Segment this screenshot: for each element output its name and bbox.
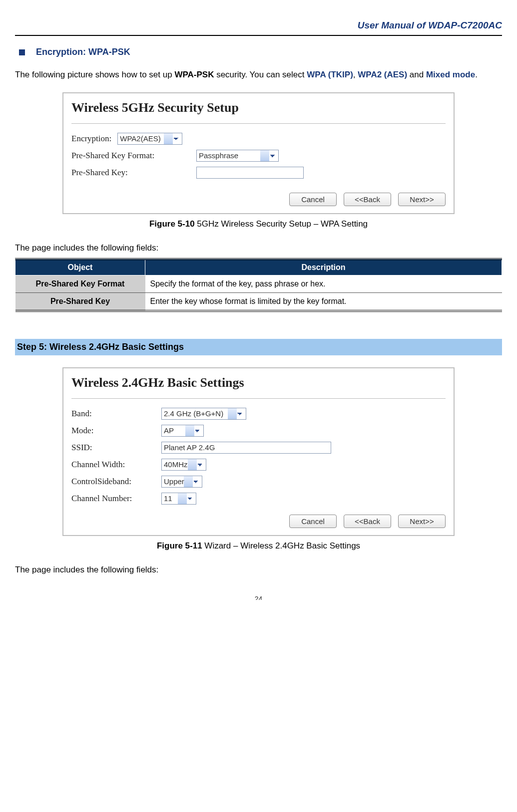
td-desc-1: Enter the key whose format is limited by…: [145, 292, 502, 311]
band-select[interactable]: 2.4 GHz (B+G+N): [161, 408, 246, 420]
th-object: Object: [15, 259, 145, 275]
back-button[interactable]: <<Back: [344, 515, 391, 528]
panel-24ghz-title: Wireless 2.4GHz Basic Settings: [71, 375, 446, 390]
figure-5-10-caption: Figure 5-10 5GHz Wireless Security Setup…: [15, 219, 502, 229]
page-number: 24: [15, 595, 502, 600]
row-channel-number: Channel Number: 11: [71, 493, 446, 505]
figure-5-10-caption-rest: 5GHz Wireless Security Setup – WPA Setti…: [195, 219, 368, 229]
channel-width-label: Channel Width:: [71, 460, 161, 470]
row-ssid: SSID:: [71, 442, 446, 454]
intro-blue-wpa-tkip: WPA (TKIP): [307, 70, 353, 79]
fields-table-1: Object Description Pre-Shared Key Format…: [15, 258, 502, 312]
intro-text-3: ,: [353, 70, 358, 79]
cancel-button[interactable]: Cancel: [289, 515, 337, 528]
row-channel-width: Channel Width: 40MHz: [71, 459, 446, 471]
channel-number-select[interactable]: 11: [161, 493, 196, 505]
bullet-heading-text: Encryption: WPA-PSK: [36, 47, 130, 57]
row-band: Band: 2.4 GHz (B+G+N): [71, 408, 446, 420]
mode-label: Mode:: [71, 426, 161, 436]
psk-format-select[interactable]: Passphrase: [196, 150, 279, 162]
intro-text-5: .: [475, 70, 478, 79]
panel-5ghz-title: Wireless 5GHz Security Setup: [71, 100, 446, 115]
control-sideband-label: ControlSideband:: [71, 477, 161, 487]
row-encryption: Encryption: WPA2(AES): [71, 133, 446, 145]
psk-input[interactable]: [196, 167, 304, 179]
band-label: Band:: [71, 409, 161, 419]
row-psk: Pre-Shared Key:: [71, 167, 446, 179]
panel-24ghz-divider: [71, 398, 446, 399]
intro-blue-wpa2-aes: WPA2 (AES): [358, 70, 407, 79]
next-button[interactable]: Next>>: [398, 193, 446, 206]
ssid-label: SSID:: [71, 443, 161, 453]
figure-5-11-caption-bold: Figure 5-11: [157, 541, 202, 550]
square-bullet-icon: [19, 49, 25, 55]
psk-label: Pre-Shared Key:: [71, 168, 196, 178]
step-5-heading: Step 5: Wireless 2.4GHz Basic Settings: [15, 339, 502, 355]
next-button[interactable]: Next>>: [398, 515, 446, 528]
fields-intro-2: The page includes the following fields:: [15, 565, 502, 575]
figure-5-11-panel: Wireless 2.4GHz Basic Settings Band: 2.4…: [62, 367, 455, 536]
intro-bold-wpapsk: WPA-PSK: [174, 70, 214, 79]
table-row: Pre-Shared Key Enter the key whose forma…: [15, 292, 502, 311]
td-obj-0: Pre-Shared Key Format: [15, 275, 145, 292]
mode-select[interactable]: AP: [161, 425, 204, 437]
panel-5ghz-button-row: Cancel <<Back Next>>: [71, 193, 446, 206]
table-row: Pre-Shared Key Format Specify the format…: [15, 275, 502, 292]
bullet-heading-row: Encryption: WPA-PSK: [19, 47, 502, 57]
channel-number-label: Channel Number:: [71, 494, 161, 504]
page-header-title: User Manual of WDAP-C7200AC: [15, 20, 502, 31]
figure-5-10-caption-bold: Figure 5-10: [149, 219, 195, 229]
intro-paragraph: The following picture shows how to set u…: [15, 66, 502, 84]
row-control-sideband: ControlSideband: Upper: [71, 476, 446, 488]
control-sideband-select[interactable]: Upper: [161, 476, 202, 488]
intro-blue-mixed: Mixed mode: [426, 70, 475, 79]
ssid-input[interactable]: [161, 442, 331, 454]
back-button[interactable]: <<Back: [344, 193, 391, 206]
cancel-button[interactable]: Cancel: [289, 193, 337, 206]
psk-format-label: Pre-Shared Key Format:: [71, 151, 196, 161]
fields-intro-1: The page includes the following fields:: [15, 243, 502, 253]
intro-text-4: and: [407, 70, 426, 79]
encryption-label: Encryption:: [71, 134, 111, 144]
figure-5-11-caption-rest: Wizard – Wireless 2.4GHz Basic Settings: [202, 541, 360, 550]
encryption-select[interactable]: WPA2(AES): [117, 133, 182, 145]
figure-5-11-caption: Figure 5-11 Wizard – Wireless 2.4GHz Bas…: [15, 541, 502, 551]
td-obj-1: Pre-Shared Key: [15, 292, 145, 311]
intro-text-1: The following picture shows how to set u…: [15, 70, 174, 79]
channel-width-select[interactable]: 40MHz: [161, 459, 206, 471]
header-divider: [15, 35, 502, 36]
td-desc-0: Specify the format of the key, pass phra…: [145, 275, 502, 292]
row-mode: Mode: AP: [71, 425, 446, 437]
intro-text-2: security. You can select: [214, 70, 307, 79]
figure-5-10-panel: Wireless 5GHz Security Setup Encryption:…: [62, 92, 455, 214]
panel-5ghz-divider: [71, 123, 446, 124]
th-description: Description: [145, 259, 502, 275]
row-psk-format: Pre-Shared Key Format: Passphrase: [71, 150, 446, 162]
panel-24ghz-button-row: Cancel <<Back Next>>: [71, 515, 446, 528]
